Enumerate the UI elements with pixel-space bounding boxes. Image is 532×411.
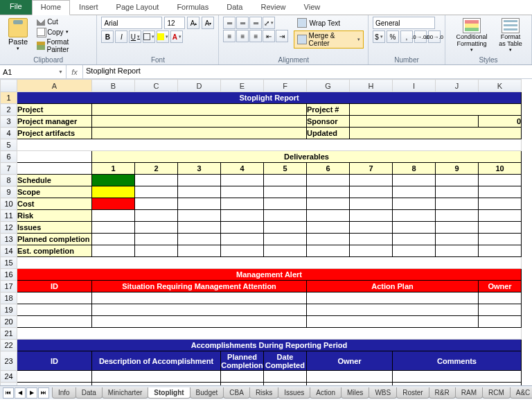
cell[interactable]: Stoplight Report	[17, 92, 522, 104]
cell[interactable]	[135, 198, 178, 210]
cell[interactable]	[92, 304, 307, 316]
cell[interactable]	[221, 210, 264, 222]
cell[interactable]	[178, 245, 221, 257]
tab-insert[interactable]: Insert	[70, 0, 107, 15]
cell[interactable]	[17, 383, 92, 386]
cell[interactable]: Accomplishments During Reporting Period	[17, 340, 522, 351]
cell[interactable]	[221, 198, 264, 210]
row-header[interactable]: 24	[1, 371, 17, 383]
cell[interactable]	[479, 292, 522, 304]
cell[interactable]	[307, 234, 350, 245]
cell[interactable]	[135, 222, 178, 234]
align-right-button[interactable]: ≡	[249, 30, 262, 42]
cell[interactable]	[264, 234, 307, 245]
cell[interactable]	[221, 186, 264, 198]
cell[interactable]	[436, 234, 479, 245]
cell[interactable]	[92, 104, 307, 116]
tab-nav-next[interactable]: ▶	[26, 387, 37, 399]
grow-font-button[interactable]: A▴	[187, 17, 200, 29]
cell[interactable]	[178, 186, 221, 198]
sheet-tab[interactable]: Data	[76, 387, 103, 399]
cell[interactable]: Description of Accomplishment	[92, 351, 221, 371]
cell[interactable]	[135, 245, 178, 257]
number-format-select[interactable]	[373, 17, 435, 29]
row-header[interactable]: 20	[1, 316, 17, 328]
cell[interactable]	[436, 186, 479, 198]
cell[interactable]	[92, 245, 135, 257]
cell[interactable]	[479, 304, 522, 316]
sheet-tab[interactable]: R&R	[429, 387, 456, 399]
copy-button[interactable]: Copy▾	[35, 27, 92, 37]
cell[interactable]: 9	[436, 163, 479, 175]
cell[interactable]	[307, 383, 393, 386]
row-header[interactable]: 10	[1, 198, 17, 210]
row-header[interactable]: 1	[1, 92, 17, 104]
cell[interactable]	[350, 234, 393, 245]
cell[interactable]	[350, 222, 393, 234]
cell[interactable]: 5	[264, 163, 307, 175]
formula-bar[interactable]: Stoplight Report	[83, 65, 532, 78]
cell[interactable]: Project artifacts	[17, 128, 92, 139]
cell[interactable]: 3	[178, 163, 221, 175]
cell[interactable]	[479, 175, 522, 186]
col-header[interactable]: I	[393, 80, 436, 92]
tab-view[interactable]: View	[295, 0, 330, 15]
cell[interactable]	[436, 245, 479, 257]
cell[interactable]	[307, 245, 350, 257]
name-box[interactable]: A1▼	[0, 65, 66, 78]
cell[interactable]: ID	[17, 351, 92, 371]
cell[interactable]	[350, 104, 522, 116]
cell[interactable]: Planned completion	[17, 234, 92, 245]
cell[interactable]	[221, 234, 264, 245]
tab-nav-prev[interactable]: ◀	[15, 387, 26, 399]
cell[interactable]	[92, 210, 135, 222]
bold-button[interactable]: B	[101, 30, 114, 43]
cell[interactable]: 8	[393, 163, 436, 175]
cell[interactable]: 7	[350, 163, 393, 175]
cell[interactable]	[92, 116, 307, 128]
cell[interactable]: Updated	[307, 128, 350, 139]
cell[interactable]	[307, 316, 479, 328]
cell[interactable]	[17, 304, 92, 316]
align-center-button[interactable]: ≡	[236, 30, 249, 42]
col-header[interactable]: A	[17, 80, 92, 92]
cell[interactable]	[436, 210, 479, 222]
sheet-tab[interactable]: RAM	[455, 387, 483, 399]
cell[interactable]: Sponsor	[307, 116, 350, 128]
cell[interactable]	[307, 292, 479, 304]
cell[interactable]	[350, 116, 479, 128]
cell[interactable]	[393, 245, 436, 257]
cell[interactable]	[479, 234, 522, 245]
cell[interactable]	[264, 222, 307, 234]
cell[interactable]	[436, 222, 479, 234]
align-left-button[interactable]: ≡	[223, 30, 236, 42]
cell[interactable]: Schedule	[17, 175, 92, 186]
cell[interactable]: Est. completion	[17, 245, 92, 257]
cell[interactable]	[307, 175, 350, 186]
cell[interactable]: Comments	[393, 351, 522, 371]
wrap-text-button[interactable]: Wrap Text	[294, 17, 364, 29]
fill-color-button[interactable]	[157, 30, 169, 43]
cell[interactable]	[17, 292, 92, 304]
cell[interactable]: Project manager	[17, 116, 92, 128]
sheet-tab[interactable]: Risks	[249, 387, 278, 399]
cell[interactable]	[350, 198, 393, 210]
row-header[interactable]: 9	[1, 186, 17, 198]
sheet-tab[interactable]: Action	[310, 387, 342, 399]
col-header[interactable]: B	[92, 80, 135, 92]
cell[interactable]	[436, 175, 479, 186]
row-header[interactable]: 5	[1, 139, 17, 151]
cell[interactable]	[264, 245, 307, 257]
shrink-font-button[interactable]: A▾	[202, 17, 214, 29]
cell[interactable]	[17, 316, 92, 328]
row-header[interactable]: 25	[1, 383, 17, 386]
paste-button[interactable]: Paste ▾	[4, 17, 32, 54]
cell[interactable]	[92, 186, 135, 198]
worksheet-grid[interactable]: A B C D E F G H I J K 1Stoplight Report …	[0, 79, 532, 385]
row-header[interactable]: 23	[1, 351, 17, 371]
cell[interactable]	[479, 316, 522, 328]
cell[interactable]	[17, 139, 522, 151]
cell[interactable]	[92, 316, 307, 328]
select-all-corner[interactable]	[1, 80, 17, 92]
cell[interactable]	[178, 198, 221, 210]
